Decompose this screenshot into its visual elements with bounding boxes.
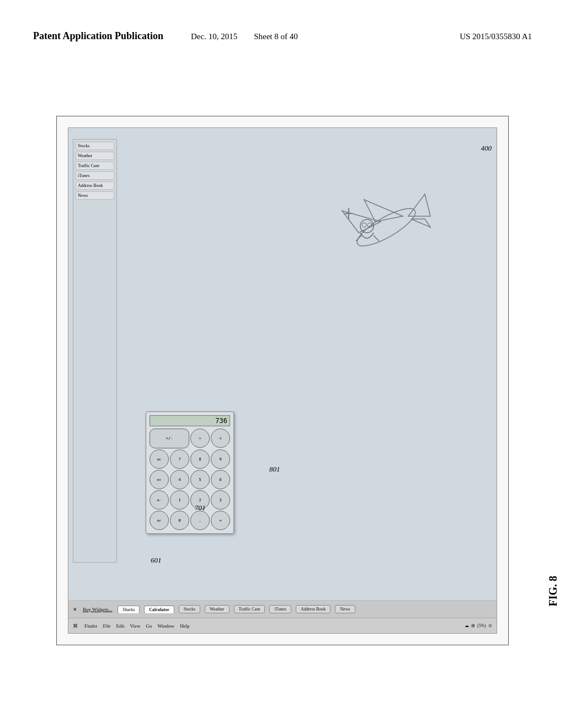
menu-view[interactable]: View — [130, 623, 141, 629]
menu-items: Finder File Edit View Go Window Help — [84, 623, 190, 629]
calc-btn-clear[interactable]: +/- — [150, 429, 189, 448]
calculator-display: 736 — [150, 415, 230, 426]
ref-701: 701 — [195, 504, 206, 512]
menu-finder[interactable]: Finder — [84, 623, 98, 629]
sidebar-item-addressbook[interactable]: Address Book — [76, 181, 114, 190]
battery-icon: ⊞ — [471, 623, 475, 628]
calc-btn-equals[interactable]: = — [211, 511, 230, 530]
calc-btn-4[interactable]: 4 — [170, 470, 189, 489]
patent-title: Patent Application Publication — [33, 30, 163, 42]
sidebar-item-news[interactable]: News — [76, 191, 114, 200]
sidebar-widgets: Stocks Weather Traffic Cam iTunes Addres… — [73, 139, 117, 563]
calc-btn-1[interactable]: 1 — [170, 490, 189, 510]
menu-edit[interactable]: Edit — [116, 623, 125, 629]
calculator-buttons: +/- ÷ × mc 7 8 9 m+ 4 5 6 m- — [150, 429, 230, 530]
calc-btn-5[interactable]: 5 — [190, 470, 210, 489]
main-content: Stocks Weather Traffic Cam iTunes Addres… — [68, 128, 497, 600]
apple-menu-icon[interactable]: ⌘ — [73, 623, 78, 629]
screen-area: ⚙ ☁ □ ○ ✦ ⊞(5%) ⊙ Stocks Weather Traffic… — [68, 127, 497, 634]
tab-calculator[interactable]: Calculator — [144, 606, 174, 613]
tab-weather[interactable]: Weather — [205, 605, 229, 613]
calc-btn-mplus[interactable]: m+ — [150, 470, 169, 489]
menu-file[interactable]: File — [103, 623, 111, 629]
menu-go[interactable]: Go — [146, 623, 152, 629]
menu-bar-right: ☁ ⊞ (5%) ⊙ — [465, 623, 492, 628]
calc-btn-6[interactable]: 6 — [211, 470, 230, 489]
patent-number: US 2015/0355830 A1 — [460, 32, 532, 41]
buy-widgets-btn[interactable]: Buy Widgets... — [83, 607, 112, 612]
widget-bar: ✕ Buy Widgets... Sharks Calculator Stock… — [68, 600, 497, 618]
menu-bar: ⌘ Finder File Edit View Go Window Help ☁… — [68, 618, 497, 633]
clock-menu-icon: ⊙ — [488, 623, 492, 628]
calculator-widget: 736 +/- ÷ × mc 7 8 9 m+ 4 5 — [146, 411, 234, 534]
sidebar-item-traffic[interactable]: Traffic Cam — [76, 162, 114, 170]
calc-btn-0[interactable]: 0 — [170, 511, 189, 530]
close-widgets-btn[interactable]: ✕ — [73, 607, 77, 612]
ref-801: 801 — [269, 465, 280, 474]
tab-sharks[interactable]: Sharks — [118, 606, 140, 613]
figure-image — [309, 161, 452, 282]
sidebar-item-itunes[interactable]: iTunes — [76, 172, 114, 180]
calc-btn-mul[interactable]: × — [211, 429, 230, 448]
calc-btn-7[interactable]: 7 — [170, 449, 189, 469]
tab-addressbook[interactable]: Address Book — [296, 605, 331, 613]
widget-tabs: Sharks Calculator Stocks Weather Traffic… — [118, 605, 355, 613]
calc-btn-3[interactable]: 3 — [211, 490, 230, 510]
sidebar-item-weather[interactable]: Weather — [76, 152, 114, 160]
tab-itunes[interactable]: iTunes — [269, 605, 291, 613]
patent-header: Patent Application Publication Dec. 10, … — [33, 30, 532, 42]
calc-btn-mminus[interactable]: m- — [150, 490, 169, 510]
svg-point-4 — [362, 223, 366, 227]
calc-btn-div[interactable]: ÷ — [190, 429, 210, 448]
menu-help[interactable]: Help — [180, 623, 190, 629]
figure-container: ⚙ ☁ □ ○ ✦ ⊞(5%) ⊙ Stocks Weather Traffic… — [33, 88, 532, 673]
wifi-icon: ☁ — [465, 623, 469, 628]
calc-btn-mr[interactable]: mr — [150, 511, 169, 530]
patent-figure: ⚙ ☁ □ ○ ✦ ⊞(5%) ⊙ Stocks Weather Traffic… — [56, 116, 509, 645]
tab-stocks[interactable]: Stocks — [179, 605, 200, 613]
calc-btn-9[interactable]: 9 — [211, 449, 230, 469]
calc-btn-mc[interactable]: mc — [150, 449, 169, 469]
battery-percent: (5%) — [477, 623, 486, 628]
svg-line-2 — [356, 235, 361, 241]
airplane-svg — [315, 167, 447, 277]
figure-label: FIG. 8 — [547, 576, 559, 607]
svg-line-3 — [374, 235, 379, 241]
patent-sheet: Sheet 8 of 40 — [254, 32, 298, 41]
menu-window[interactable]: Window — [157, 623, 174, 629]
calc-btn-dot[interactable]: . — [190, 511, 210, 530]
tab-news[interactable]: News — [335, 605, 355, 613]
patent-date: Dec. 10, 2015 — [191, 32, 237, 41]
ref-400: 400 — [481, 144, 492, 153]
ref-601: 601 — [151, 556, 162, 565]
svg-point-0 — [353, 202, 420, 252]
tab-traffic[interactable]: Traffic Cam — [234, 605, 265, 613]
sidebar-item-stocks[interactable]: Stocks — [76, 142, 114, 150]
calc-btn-8[interactable]: 8 — [190, 449, 210, 469]
